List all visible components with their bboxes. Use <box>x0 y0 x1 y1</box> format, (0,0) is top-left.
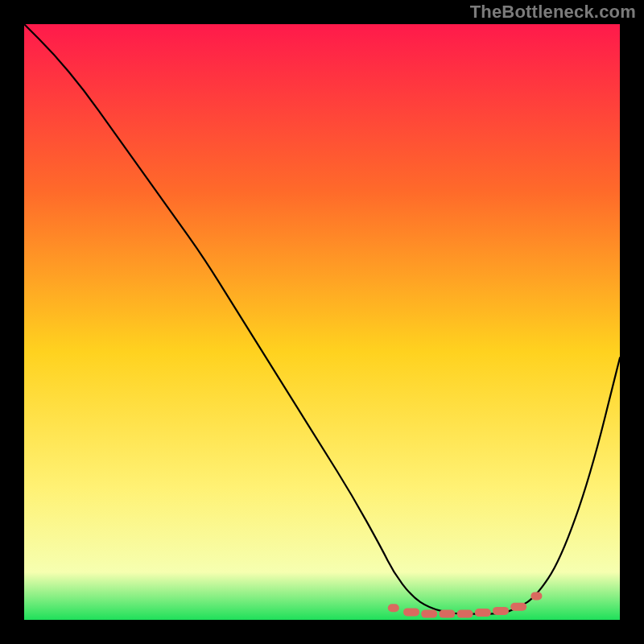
marker-dot <box>403 608 419 616</box>
chart-root: TheBottleneck.com <box>0 0 644 644</box>
marker-dot <box>530 592 542 600</box>
marker-dot <box>439 610 455 618</box>
bottleneck-chart <box>24 24 620 620</box>
plot-area <box>24 24 620 620</box>
marker-dot <box>510 603 526 611</box>
marker-dot <box>421 610 437 618</box>
marker-dot <box>388 604 399 612</box>
marker-dot <box>457 610 473 618</box>
marker-dot <box>493 607 509 615</box>
watermark-text: TheBottleneck.com <box>470 2 636 23</box>
marker-dot <box>475 609 491 617</box>
gradient-background <box>24 24 620 620</box>
